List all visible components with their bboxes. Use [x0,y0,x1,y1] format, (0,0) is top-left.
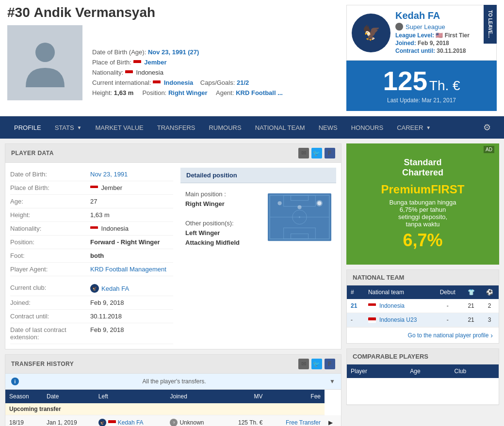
nav-transfers[interactable]: TRANSFERS [150,118,202,137]
player-first-name: Andik [34,5,72,20]
nt-team-name-2[interactable]: Indonesia U23 [379,316,417,323]
main-right: AD Standard Chartered PremiumFIRST Bunga… [346,143,499,426]
mv-label: Last Update: Mar 21, 2017 [356,97,487,104]
position-info: Main position : Right Winger Other posit… [185,188,263,249]
nav-honours[interactable]: HONOURS [344,118,390,137]
transfer-info: i All the player's transfers. ▼ [5,374,341,390]
th-season: Season [5,390,43,403]
data-row: Position: Forward - Right Winger [10,236,173,249]
comparable-players-section: COMPARABLE PLAYERS Player Age Club [346,348,499,405]
club-top: 🦅 Kedah FA Super League League Level: 🇺🇸… [347,5,496,60]
main-position: Right Winger [185,200,263,207]
transfer-history-section: TRANSFER HISTORY ✉ 🐦 f i All the player'… [5,354,341,426]
header: #30 Andik Vermansyah Date of Birth (Age)… [0,0,504,116]
nt-number-2: - [347,313,364,327]
pitch-diagram [268,188,331,249]
detailed-position-title: Detailed position [180,168,336,183]
nt-team-cell: Indonesia [364,299,433,313]
header-left: #30 Andik Vermansyah Date of Birth (Age)… [7,5,283,100]
club-info: Kedah FA Super League League Level: 🇺🇸 F… [395,10,491,55]
indonesia-u23-flag [368,317,376,323]
national-team-section: NATIONAL TEAM # National team Debut 👕 ⚽ … [346,269,499,344]
th-nt-number: # [347,285,364,299]
nt-apps-2: 21 [462,313,480,327]
league-name[interactable]: Super League [406,23,445,31]
nav-stats[interactable]: STATS ▼ [48,118,89,137]
position-value: Right Winger [168,89,208,96]
nt-footer-link[interactable]: Go to the national player profile › [347,327,499,343]
data-row: Date of last contract extension: Feb 9, … [10,323,173,344]
upcoming-transfer-row: Upcoming transfer [5,403,341,415]
nt-number: 21 [347,299,364,313]
th-left: Left [95,390,166,403]
nt-debut: - [433,299,462,313]
twitter-icon[interactable]: 🐦 [311,148,322,158]
pob-row: Place of Birth: Jember [92,59,283,66]
national-team-table: # National team Debut 👕 ⚽ 21 Indonesia [347,285,499,327]
intl-row: Current international: Indonesia Caps/Go… [92,79,283,86]
transfer-table: Season Date Left Joined MV Fee Upcoming … [5,390,341,426]
nav-national-team[interactable]: NATIONAL TEAM [248,118,312,137]
club-name[interactable]: Kedah FA [395,10,491,21]
nt-goals-2: 3 [480,313,499,327]
th-shirt-icon: 👕 [462,285,480,299]
data-row: Age: 27 [10,195,173,208]
th-nt-debut: Debut [433,285,462,299]
nationality-value: Indonesia [136,69,163,76]
th-player: Player [347,364,406,378]
expand-icon[interactable]: ▶ [325,415,341,426]
facebook-icon-transfer[interactable]: f [325,359,335,369]
mv-cell: 125 Th. € [223,415,266,426]
svg-point-5 [299,216,300,218]
left-flag [108,420,116,426]
nav-profile[interactable]: PROFILE [7,118,48,137]
settings-icon[interactable]: ⚙ [477,116,497,139]
dob-row: Date of Birth (Age): Nov 23, 1991 (27) [92,48,283,56]
indonesia-flag [368,303,376,309]
th-date: Date [43,390,95,403]
nav-rumours[interactable]: RUMOURS [202,118,248,137]
player-data-title: PLAYER DATA ✉ 🐦 f [5,144,341,163]
nt-apps: 21 [462,299,480,313]
th-joined: Joined [166,390,223,403]
height-value: 1,63 m [114,89,133,96]
nav-news[interactable]: NEWS [312,118,344,137]
player-number: #30 [7,5,30,20]
other-position-1: Left Winger [185,229,263,237]
mv-display: 125 Th. € [356,68,487,95]
club-section: 🦅 Kedah FA Super League League Level: 🇺🇸… [346,5,497,111]
position-content: Main position : Right Winger Other posit… [180,183,336,253]
nationality-row: Nationality: Indonesia [92,69,283,76]
season-cell: 18/19 [5,415,43,426]
nav-market-value[interactable]: MARKET VALUE [89,118,150,137]
agent-value[interactable]: KRD Football ... [236,89,283,96]
height-row: Height: 1,63 m Position: Right Winger Ag… [92,89,283,96]
twitter-icon-transfer[interactable]: 🐦 [311,359,322,369]
ad-content: Standard Chartered PremiumFIRST Bunga ta… [381,158,464,251]
transfer-filter-icon[interactable]: ▼ [329,378,335,385]
left-club[interactable]: Kedah FA [118,419,144,426]
th-nt-team: National team [364,285,433,299]
nt-row: - Indonesia U23 - 21 3 [347,313,499,327]
nt-goals: 2 [480,299,499,313]
left-club-badge: 🦅 [98,419,106,426]
nav-career[interactable]: CAREER ▼ [390,118,438,137]
transfer-icons: ✉ 🐦 f [298,359,335,369]
data-row: Place of Birth: Jember [10,181,173,195]
data-row: Height: 1,63 m [10,208,173,222]
info-icon: i [11,378,19,385]
pob-value: Jember [144,59,166,66]
stats-dropdown-arrow: ▼ [77,125,82,130]
comp-row [347,378,499,405]
club-meta: League Level: 🇺🇸 First Tier Joined: Feb … [395,32,491,54]
th-ball-icon: ⚽ [480,285,499,299]
email-icon[interactable]: ✉ [298,148,309,158]
player-data-left: Date of Birth: Nov 23, 1991 Place of Bir… [10,168,173,344]
nt-team-name[interactable]: Indonesia [379,302,405,309]
facebook-icon[interactable]: f [325,148,335,158]
intl-value: Indonesia [164,79,194,86]
data-row: Date of Birth: Nov 23, 1991 [10,168,173,181]
other-position-2: Attacking Midfield [185,239,263,246]
transfer-history-title: TRANSFER HISTORY ✉ 🐦 f [5,355,341,374]
email-icon-transfer[interactable]: ✉ [298,359,309,369]
